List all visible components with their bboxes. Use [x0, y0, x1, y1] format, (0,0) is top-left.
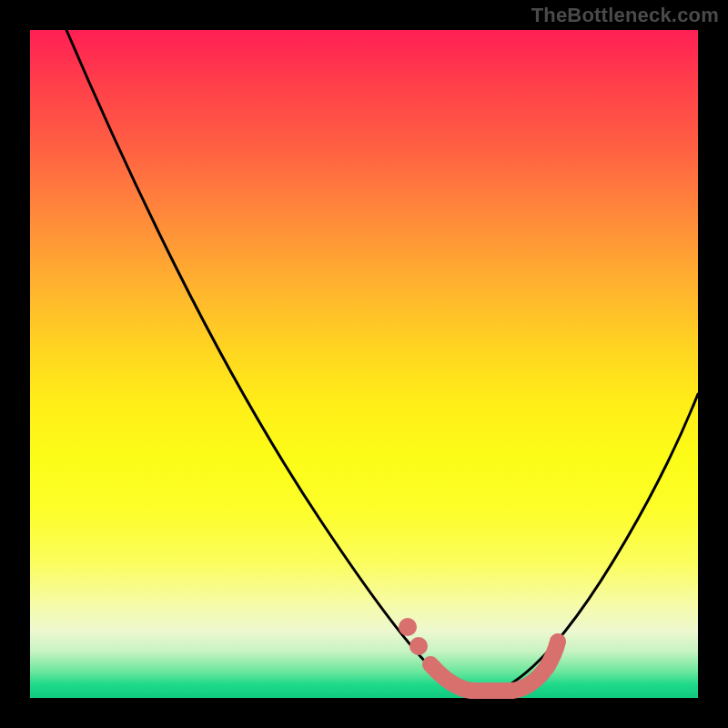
bottleneck-curve-right	[478, 394, 698, 697]
highlight-dot-2	[410, 637, 428, 655]
chart-plot-area	[30, 30, 698, 698]
highlight-optimal-range	[430, 642, 558, 691]
chart-svg	[30, 30, 698, 698]
watermark-label: TheBottleneck.com	[531, 4, 719, 27]
chart-frame: TheBottleneck.com	[0, 0, 728, 728]
highlight-dot-1	[399, 618, 417, 636]
bottleneck-curve-left	[66, 30, 478, 697]
